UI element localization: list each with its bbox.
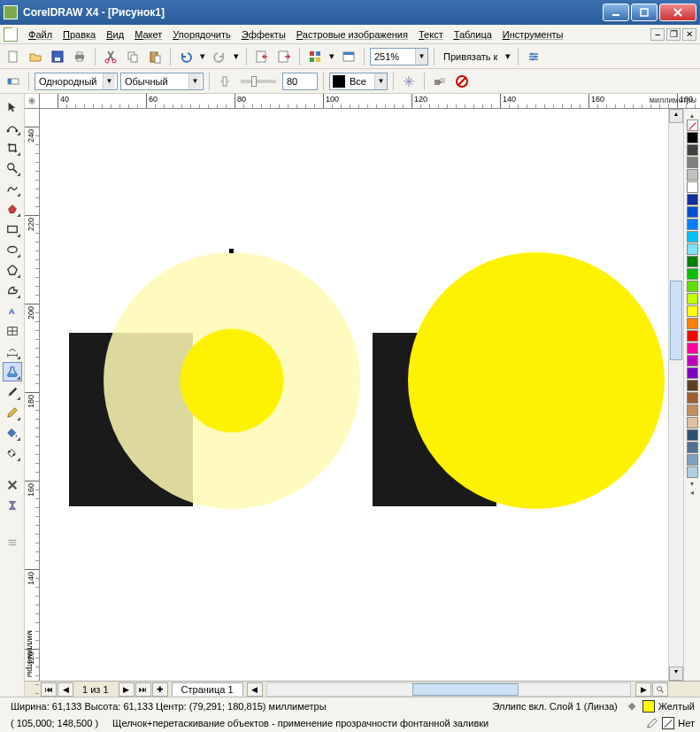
transparency-type-dropdown[interactable]: ▼: [35, 73, 118, 90]
interactive-transparency-tool[interactable]: [3, 362, 22, 381]
color-swatch[interactable]: [687, 429, 698, 441]
opacity-input[interactable]: [283, 73, 315, 89]
color-swatch[interactable]: [687, 466, 698, 478]
artwork-ellipse-large-transparent[interactable]: [104, 252, 360, 509]
freeze-button[interactable]: [399, 72, 419, 91]
polygon-tool[interactable]: [3, 260, 22, 280]
table-tool[interactable]: [3, 321, 22, 341]
color-swatch[interactable]: [687, 181, 698, 193]
scroll-down-button[interactable]: ▾: [669, 667, 683, 681]
new-button[interactable]: [4, 47, 23, 66]
open-button[interactable]: [26, 47, 45, 66]
palette-scroll-up-icon[interactable]: ▴: [687, 111, 698, 119]
close-button[interactable]: [659, 4, 696, 21]
color-swatch[interactable]: [687, 268, 698, 280]
scrollbar-thumb[interactable]: [412, 683, 519, 696]
palette-scroll-down-icon[interactable]: ▾: [687, 479, 698, 488]
add-page-button[interactable]: ✚: [152, 682, 168, 697]
interactive-fill-tool[interactable]: [3, 443, 22, 463]
color-swatch[interactable]: [687, 144, 698, 156]
redo-button[interactable]: [210, 47, 229, 66]
menu-вид[interactable]: Вид: [101, 27, 129, 42]
color-swatch[interactable]: [687, 293, 698, 304]
smart-fill-tool[interactable]: [3, 199, 22, 219]
color-swatch[interactable]: [687, 355, 698, 366]
status-fill-indicator[interactable]: Желтый: [627, 700, 695, 713]
color-swatch[interactable]: [687, 305, 698, 317]
snap-dropdown-icon[interactable]: ▾: [504, 47, 512, 66]
color-swatch[interactable]: [687, 380, 698, 391]
chevron-down-icon[interactable]: ▼: [188, 73, 201, 89]
color-swatch[interactable]: [687, 256, 698, 267]
horizontal-ruler[interactable]: 406080100120140160180 миллиметры: [25, 94, 700, 109]
copy-transparency-button[interactable]: [430, 72, 450, 91]
color-swatch[interactable]: [687, 194, 698, 205]
outline-swatch[interactable]: [662, 717, 674, 729]
redo-dropdown-icon[interactable]: ▾: [232, 47, 241, 66]
status-outline-indicator[interactable]: Нет: [646, 717, 695, 729]
transparency-operation-input[interactable]: [121, 73, 188, 89]
zoom-tool[interactable]: [3, 158, 22, 178]
mdi-close-button[interactable]: ✕: [682, 28, 696, 41]
crop-tool[interactable]: [3, 138, 22, 158]
text-tool[interactable]: A: [3, 301, 22, 320]
slider-thumb[interactable]: [251, 76, 257, 87]
menu-файл[interactable]: Файл: [23, 27, 58, 42]
copy-button[interactable]: [123, 47, 142, 66]
scrollbar-thumb[interactable]: [670, 281, 682, 360]
undo-button[interactable]: [176, 47, 196, 66]
menu-упорядочить[interactable]: Упорядочить: [167, 27, 235, 42]
vertical-ruler[interactable]: миллиметры 240220200180160140120: [25, 109, 40, 681]
selection-handle[interactable]: [229, 249, 234, 253]
fill-tool[interactable]: [3, 423, 22, 443]
color-swatch[interactable]: [687, 219, 698, 230]
no-fill-icon[interactable]: [3, 475, 22, 495]
color-swatch[interactable]: [687, 417, 698, 428]
save-button[interactable]: [48, 47, 67, 66]
menu-растровые изображения[interactable]: Растровые изображения: [291, 27, 413, 42]
color-swatch[interactable]: [687, 206, 698, 218]
zoom-page-button[interactable]: [652, 682, 668, 697]
color-swatch[interactable]: [687, 454, 698, 466]
transparency-operation-dropdown[interactable]: ▼: [120, 73, 204, 90]
color-swatch[interactable]: [687, 343, 698, 354]
color-swatch[interactable]: [687, 318, 698, 329]
app-launcher-button[interactable]: [305, 47, 325, 66]
canvas[interactable]: [40, 109, 668, 681]
vertical-scrollbar[interactable]: ▴ ▾: [668, 109, 683, 681]
chevron-down-icon[interactable]: ▼: [415, 49, 427, 65]
clear-transparency-button[interactable]: [452, 72, 472, 91]
outline-tool[interactable]: [3, 403, 22, 422]
app-launcher-dropdown-icon[interactable]: ▾: [327, 47, 336, 66]
page-tab[interactable]: Страница 1: [172, 682, 243, 696]
ellipse-tool[interactable]: [3, 240, 22, 259]
dimension-tool[interactable]: [3, 342, 22, 361]
fill-swatch[interactable]: [642, 700, 655, 713]
prev-page-button[interactable]: ◀: [58, 682, 73, 697]
zoom-input[interactable]: [371, 49, 415, 65]
color-swatch[interactable]: [687, 231, 698, 243]
chevron-down-icon[interactable]: ▼: [103, 73, 115, 89]
quick-customize-icon[interactable]: [3, 533, 22, 552]
cut-button[interactable]: [101, 47, 120, 66]
welcome-screen-button[interactable]: [339, 47, 358, 66]
options-button[interactable]: [524, 47, 543, 66]
import-button[interactable]: [252, 47, 272, 66]
freehand-tool[interactable]: [3, 179, 22, 198]
color-swatch[interactable]: [687, 132, 698, 143]
export-button[interactable]: [274, 47, 294, 66]
ruler-origin[interactable]: [25, 94, 40, 108]
transparency-slider[interactable]: [241, 80, 276, 83]
swatch-none[interactable]: [687, 119, 698, 131]
color-swatch[interactable]: [687, 157, 698, 168]
menu-таблица[interactable]: Таблица: [449, 27, 497, 42]
edit-transparency-button[interactable]: [4, 72, 23, 91]
pick-tool[interactable]: [3, 97, 22, 117]
color-swatch[interactable]: [687, 367, 698, 379]
scroll-right-button[interactable]: ▶: [635, 682, 651, 697]
scroll-up-button[interactable]: ▴: [669, 109, 683, 123]
horizontal-scrollbar[interactable]: [266, 682, 631, 697]
menu-инструменты[interactable]: Инструменты: [497, 27, 569, 42]
menu-эффекты[interactable]: Эффекты: [236, 27, 291, 42]
color-swatch[interactable]: [687, 392, 698, 404]
